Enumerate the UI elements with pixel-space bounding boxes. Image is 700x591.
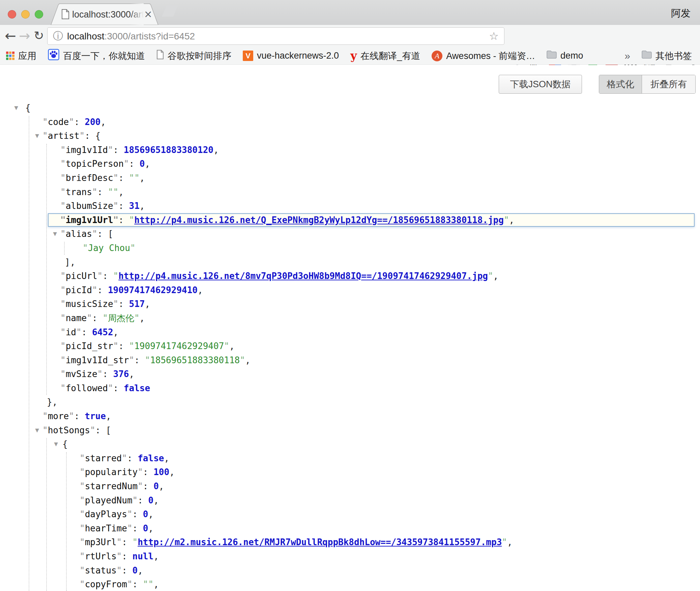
json-value-number: 19097417462929410: [108, 285, 198, 295]
json-line: rtUrls: null,: [0, 550, 700, 564]
json-url-link[interactable]: http://p4.music.126.net/Q_ExePNkmgB2yWyL…: [134, 215, 504, 225]
json-line: mvSize: 376,: [0, 367, 700, 381]
json-key: playedNum: [80, 495, 138, 505]
json-punctuation: ,: [164, 453, 169, 463]
json-lines: ▼{code: 200,▼artist: {img1v1Id: 18569651…: [0, 101, 700, 591]
json-key: picUrl: [60, 271, 103, 281]
json-line: ▼alias: [: [0, 227, 700, 241]
json-punctuation: :: [127, 453, 138, 463]
json-punctuation: :: [113, 145, 124, 155]
bookmark-label: 百度一下，你就知道: [63, 50, 145, 62]
json-key: musicSize: [60, 299, 118, 309]
json-punctuation: :: [103, 271, 113, 281]
json-punctuation: :: [113, 383, 124, 393]
minimize-window-button[interactable]: [21, 10, 30, 19]
json-key: artist: [42, 131, 85, 141]
tab-strip: localhost:3000/artists?id=645 × 阿发: [0, 0, 700, 25]
json-line: popularity: 100,: [0, 465, 700, 479]
reload-button[interactable]: ↻: [32, 25, 46, 47]
bookmarks-overflow-chevron[interactable]: »: [624, 50, 630, 62]
json-key: id: [60, 327, 82, 337]
json-value-string: 19097417462929407: [129, 341, 229, 351]
collapse-toggle-icon[interactable]: ▼: [12, 101, 20, 115]
collapse-toggle-icon[interactable]: ▼: [33, 424, 41, 438]
json-line: picUrl: http://p4.music.126.net/8mv7qP30…: [0, 269, 700, 283]
json-punctuation: ,: [129, 369, 135, 379]
json-key: starred: [80, 453, 127, 463]
format-button[interactable]: 格式化: [599, 75, 642, 93]
bookmark-star-icon[interactable]: ☆: [489, 30, 499, 42]
json-punctuation: :: [122, 537, 132, 547]
bookmark-youdao[interactable]: y 在线翻译_有道: [350, 50, 420, 62]
bookmark-folder-demo[interactable]: demo: [547, 51, 583, 61]
json-punctuation: ,: [100, 117, 106, 127]
bookmark-vue-hackernews[interactable]: V vue-hackernews-2.0: [243, 51, 339, 61]
back-button[interactable]: ←: [3, 25, 18, 47]
json-key: img1v1Id: [60, 145, 113, 155]
bookmark-google-sort[interactable]: 谷歌按时间排序: [156, 50, 231, 62]
bookmark-apps[interactable]: 应用: [6, 50, 36, 62]
json-line: followed: false: [0, 381, 700, 396]
json-punctuation: {: [25, 103, 31, 113]
collapse-toggle-icon[interactable]: ▼: [33, 129, 41, 143]
json-punctuation: :: [134, 355, 145, 365]
json-punctuation: ,: [229, 341, 235, 351]
collapse-all-button[interactable]: 折叠所有: [642, 75, 695, 93]
json-value-number: 0: [148, 495, 154, 505]
json-punctuation: :: [138, 495, 148, 505]
json-url-link[interactable]: http://m2.music.126.net/RMJR7wDullRqppBk…: [138, 537, 502, 547]
json-value-number: 376: [113, 369, 129, 379]
bookmarks-bar: 应用 百度一下，你就知道 谷歌按时间排序 V vue-hackernews-2.…: [0, 47, 700, 65]
other-bookmarks-folder[interactable]: 其他书签: [642, 50, 692, 62]
json-value-number: 0: [143, 509, 148, 519]
json-punctuation: ,: [148, 523, 154, 533]
json-key: trans: [60, 187, 97, 197]
new-tab-button[interactable]: [162, 5, 178, 17]
url-text[interactable]: localhost:3000/artists?id=6452: [67, 28, 195, 44]
json-value-number: 200: [85, 117, 100, 127]
json-value-number: 31: [129, 201, 140, 211]
bookmark-baidu[interactable]: 百度一下，你就知道: [48, 49, 145, 63]
json-punctuation: :: [92, 313, 103, 323]
json-line: ▼{: [0, 437, 700, 452]
json-key: followed: [60, 383, 113, 393]
json-punctuation: ,: [140, 313, 145, 323]
json-key: code: [42, 117, 74, 127]
json-value-number: false: [138, 453, 164, 463]
site-info-icon[interactable]: ⓘ: [53, 31, 63, 41]
collapse-toggle-icon[interactable]: ▼: [52, 437, 60, 452]
json-value-number: null: [133, 551, 154, 561]
indent-guide: [64, 242, 65, 255]
json-url-link[interactable]: http://p4.music.126.net/8mv7qP30Pd3oHW8b…: [118, 271, 488, 281]
url-host: localhost: [67, 31, 105, 41]
json-value-number: 18569651883380120: [124, 145, 213, 155]
browser-tab[interactable]: localhost:3000/artists?id=645 ×: [51, 3, 158, 25]
zoom-window-button[interactable]: [35, 10, 43, 19]
json-line: hearTime: 0,: [0, 522, 700, 536]
bookmark-awesomes[interactable]: A Awesomes - 前端资…: [432, 50, 535, 62]
json-punctuation: ,: [113, 327, 119, 337]
collapse-toggle-icon[interactable]: ▼: [51, 227, 59, 241]
folder-icon: [642, 51, 652, 61]
json-punctuation: ,: [118, 187, 124, 197]
indent-guide: [46, 144, 47, 395]
json-value-number: false: [124, 383, 150, 393]
json-line: code: 200,: [0, 115, 700, 129]
json-line: picId_str: 19097417462929407,: [0, 339, 700, 353]
address-bar[interactable]: ⓘ localhost:3000/artists?id=6452 ☆: [47, 27, 504, 45]
json-value-string: Jay Chou: [83, 243, 136, 253]
baidu-paw-icon: [48, 49, 59, 63]
json-key: copyFrom: [80, 579, 133, 589]
json-key: more: [42, 411, 74, 421]
json-punctuation: :: [118, 299, 129, 309]
browser-toolbar: ← → ↻ ⓘ localhost:3000/artists?id=6452 ☆…: [0, 25, 700, 47]
json-value-number: 0: [153, 481, 159, 491]
close-window-button[interactable]: [8, 10, 16, 19]
awesomes-a-icon: A: [432, 51, 442, 61]
bookmark-label: 应用: [18, 50, 36, 62]
json-punctuation: : [: [97, 229, 113, 239]
tab-close-icon[interactable]: ×: [144, 8, 152, 20]
json-punctuation: ,: [145, 159, 150, 169]
json-punctuation: :: [103, 369, 113, 379]
download-json-button[interactable]: 下载JSON数据: [499, 75, 582, 94]
